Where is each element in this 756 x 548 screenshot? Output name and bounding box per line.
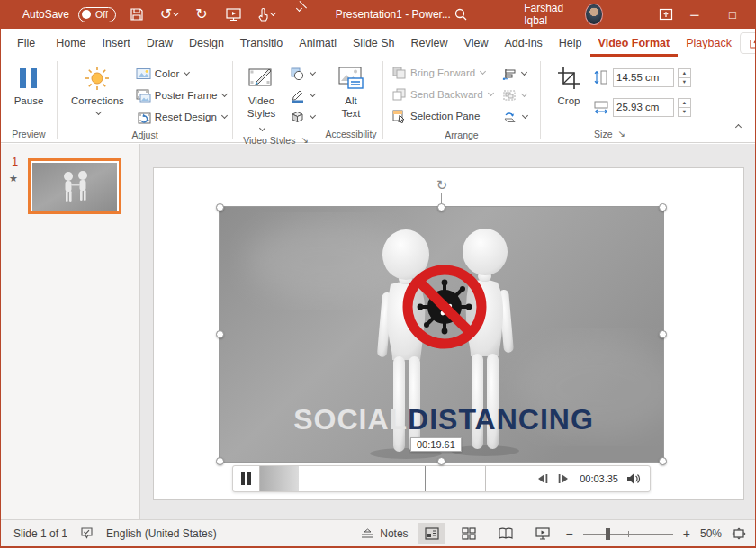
volume-icon[interactable] bbox=[626, 472, 642, 485]
zoom-slider[interactable] bbox=[583, 527, 673, 540]
autosave-state: Off bbox=[95, 9, 108, 20]
video-object[interactable]: SOCIALDISTANCING bbox=[220, 207, 663, 462]
handle-top-right[interactable] bbox=[659, 203, 667, 211]
undo-icon[interactable]: ↺ bbox=[158, 3, 181, 26]
pause-button[interactable]: Pause bbox=[8, 62, 50, 109]
slide-number: 1 bbox=[12, 155, 18, 168]
handle-mid-right[interactable] bbox=[659, 330, 667, 338]
close-button[interactable]: ✕ bbox=[752, 0, 756, 29]
share-button[interactable] bbox=[740, 32, 756, 54]
handle-bottom-right[interactable] bbox=[659, 457, 667, 465]
view-normal-button[interactable] bbox=[418, 523, 446, 544]
video-caption: SOCIALDISTANCING bbox=[293, 403, 594, 436]
ribbon-display-options-icon[interactable] bbox=[657, 3, 676, 26]
tab-animations[interactable]: Animati bbox=[291, 29, 345, 57]
alt-text-icon bbox=[338, 64, 364, 94]
selection-pane-button[interactable]: Selection Pane bbox=[389, 105, 497, 127]
selection-pane-icon bbox=[392, 110, 407, 123]
crop-button[interactable]: Crop bbox=[550, 62, 588, 109]
handle-top-center[interactable] bbox=[437, 203, 446, 211]
tab-add-ins[interactable]: Add-ins bbox=[496, 29, 550, 57]
group-video-styles: Video Styles bbox=[233, 57, 319, 142]
touch-mouse-mode-icon[interactable] bbox=[255, 3, 278, 26]
tab-draw[interactable]: Draw bbox=[139, 29, 181, 57]
tab-help[interactable]: Help bbox=[551, 29, 590, 57]
zoom-in-button[interactable]: + bbox=[683, 526, 690, 541]
tab-design[interactable]: Design bbox=[181, 29, 232, 57]
tab-insert[interactable]: Insert bbox=[94, 29, 139, 57]
tab-review[interactable]: Review bbox=[403, 29, 456, 57]
tab-slide-show[interactable]: Slide Sh bbox=[345, 29, 403, 57]
align-button[interactable] bbox=[499, 63, 531, 85]
handle-top-left[interactable] bbox=[216, 203, 224, 211]
video-shape-button[interactable] bbox=[286, 63, 319, 85]
corrections-button[interactable]: Corrections bbox=[65, 62, 130, 116]
video-styles-button[interactable]: Video Styles bbox=[237, 62, 286, 135]
rotate-button[interactable] bbox=[499, 106, 531, 128]
video-border-button[interactable] bbox=[286, 85, 319, 106]
video-styles-icon bbox=[248, 64, 276, 94]
group-label-adjust: Adjust bbox=[58, 128, 232, 142]
view-reading-button[interactable] bbox=[492, 523, 519, 544]
fit-to-window-button[interactable] bbox=[732, 527, 746, 540]
media-progress-bar[interactable] bbox=[259, 466, 486, 491]
zoom-slider-thumb[interactable] bbox=[606, 528, 610, 540]
group-objects-button bbox=[499, 85, 531, 106]
slide-indicator[interactable]: Slide 1 of 1 bbox=[14, 527, 68, 540]
poster-frame-button[interactable]: Poster Frame bbox=[132, 85, 231, 106]
tab-view[interactable]: View bbox=[456, 29, 497, 57]
bring-forward-button: Bring Forward bbox=[389, 62, 497, 84]
start-slideshow-icon[interactable] bbox=[222, 3, 246, 26]
tab-video-format[interactable]: Video Format bbox=[590, 29, 679, 57]
handle-bottom-center[interactable] bbox=[437, 457, 446, 465]
quick-access-overflow-icon[interactable] bbox=[287, 3, 310, 26]
collapse-ribbon-button[interactable] bbox=[734, 117, 755, 142]
media-pause-icon[interactable] bbox=[241, 472, 251, 485]
notes-button[interactable]: Notes bbox=[361, 527, 408, 540]
reset-design-button[interactable]: Reset Design bbox=[132, 106, 231, 128]
redo-icon[interactable]: ↻ bbox=[190, 3, 213, 26]
video-width-field[interactable] bbox=[613, 98, 674, 117]
thumbnail-preview-image bbox=[32, 163, 117, 211]
group-label-preview: Preview bbox=[1, 126, 57, 142]
tab-transitions[interactable]: Transitio bbox=[232, 29, 291, 57]
view-slideshow-button[interactable] bbox=[529, 523, 556, 544]
handle-mid-left[interactable] bbox=[216, 330, 224, 338]
handle-bottom-left[interactable] bbox=[216, 457, 224, 465]
zoom-level[interactable]: 50% bbox=[700, 527, 722, 540]
media-progress-fill bbox=[260, 466, 299, 491]
media-controls-bar: 00:03.35 bbox=[232, 465, 651, 492]
tab-file[interactable]: File bbox=[4, 29, 48, 57]
color-button[interactable]: Color bbox=[132, 63, 231, 85]
video-height-field[interactable] bbox=[613, 68, 674, 87]
language-indicator[interactable]: English (United States) bbox=[106, 527, 217, 540]
spell-check-icon[interactable] bbox=[80, 526, 94, 540]
user-name[interactable]: Farshad Iqbal bbox=[524, 2, 576, 27]
autosave-toggle[interactable]: Off bbox=[78, 7, 116, 22]
group-accessibility: Alt Text Accessibility bbox=[320, 57, 382, 142]
seek-time-tooltip: 00:19.61 bbox=[410, 437, 462, 452]
width-spinner[interactable]: ▴ ▾ bbox=[678, 98, 691, 117]
width-spin-down-icon: ▾ bbox=[679, 107, 690, 116]
save-icon[interactable] bbox=[125, 3, 148, 26]
slide-thumbnail[interactable] bbox=[28, 158, 122, 214]
height-spinner[interactable]: ▴ ▾ bbox=[678, 68, 691, 87]
alt-text-button[interactable]: Alt Text bbox=[331, 62, 371, 122]
minimize-button[interactable]: ─ bbox=[676, 0, 714, 29]
corrections-sun-icon bbox=[85, 64, 110, 94]
frame-back-icon[interactable] bbox=[536, 473, 549, 484]
video-effects-button[interactable] bbox=[286, 106, 319, 128]
user-avatar[interactable] bbox=[585, 4, 602, 25]
search-icon[interactable] bbox=[451, 3, 470, 26]
poster-frame-icon bbox=[136, 89, 151, 103]
zoom-out-button[interactable]: − bbox=[566, 526, 573, 541]
group-label-size: Size ↘ bbox=[541, 126, 679, 142]
frame-forward-icon[interactable] bbox=[557, 473, 570, 484]
maximize-button[interactable]: □ bbox=[714, 0, 752, 29]
rotate-handle-icon[interactable]: ↻ bbox=[435, 178, 449, 193]
size-dialog-launcher[interactable]: ↘ bbox=[618, 130, 626, 139]
slide-editing-area[interactable]: ↻ bbox=[140, 144, 755, 519]
view-slide-sorter-button[interactable] bbox=[455, 523, 482, 544]
tab-home[interactable]: Home bbox=[48, 29, 94, 57]
tab-playback[interactable]: Playback bbox=[678, 29, 740, 57]
